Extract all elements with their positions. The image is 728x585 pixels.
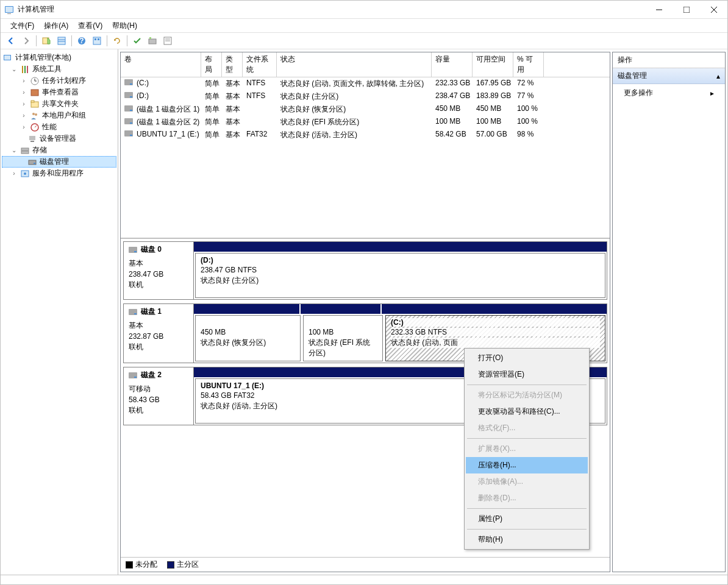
- volume-row[interactable]: (磁盘 1 磁盘分区 1)简单基本状态良好 (恢复分区)450 MB450 MB…: [121, 103, 610, 116]
- svg-rect-8: [58, 37, 65, 44]
- show-hide-tree-button[interactable]: [40, 34, 53, 48]
- chevron-right-icon[interactable]: ›: [20, 89, 27, 96]
- chevron-right-icon[interactable]: ›: [20, 101, 27, 108]
- col-layout[interactable]: 布局: [201, 52, 222, 77]
- vol-cell-free: 100 MB: [473, 116, 513, 128]
- partition-d1-p0[interactable]: 450 MB 状态良好 (恢复分区): [195, 315, 301, 361]
- tree-services[interactable]: ›服务和应用程序: [2, 168, 116, 179]
- tree-disk-management[interactable]: 磁盘管理: [2, 156, 116, 168]
- chevron-down-icon[interactable]: ⌄: [10, 147, 18, 154]
- disk-row-0[interactable]: 磁盘 0 基本 238.47 GB 联机 (D:) 238.47 GB NTFS…: [123, 241, 607, 300]
- maximize-button[interactable]: [673, 1, 700, 19]
- tree-task-scheduler[interactable]: ›任务计划程序: [2, 75, 116, 87]
- vol-cell-free: 450 MB: [473, 104, 513, 115]
- menu-help[interactable]: 帮助(H): [107, 20, 142, 32]
- volume-row[interactable]: (C:)简单基本NTFS状态良好 (启动, 页面文件, 故障转储, 主分区)23…: [121, 77, 610, 90]
- volume-row[interactable]: UBUNTU 17_1 (E:)简单基本FAT32状态良好 (活动, 主分区)5…: [121, 129, 610, 141]
- svg-rect-15: [98, 38, 99, 40]
- chevron-right-icon[interactable]: ›: [20, 124, 27, 131]
- drive-icon: [124, 79, 133, 85]
- col-pct[interactable]: % 可用: [513, 52, 544, 77]
- svg-rect-24: [24, 66, 26, 73]
- volume-row[interactable]: (D:)简单基本NTFS状态良好 (主分区)238.47 GB183.89 GB…: [121, 90, 610, 103]
- tree-device-manager[interactable]: 设备管理器: [2, 133, 116, 144]
- menu-view[interactable]: 查看(V): [73, 20, 107, 32]
- forward-button[interactable]: [20, 34, 33, 48]
- vol-cell-name: (C:): [121, 78, 201, 90]
- menu-action[interactable]: 操作(A): [39, 20, 73, 32]
- properties-button[interactable]: [161, 34, 174, 48]
- tree-local-users[interactable]: ›本地用户和组: [2, 110, 116, 121]
- vol-cell-pct: 98 %: [513, 129, 544, 141]
- menubar: 文件(F) 操作(A) 查看(V) 帮助(H): [1, 19, 727, 32]
- check-button[interactable]: [130, 34, 144, 48]
- tree-event-viewer[interactable]: ›事件查看器: [2, 87, 116, 98]
- disk-bar: [194, 304, 607, 314]
- volume-header-row: 卷 布局 类型 文件系统 状态 容量 可用空间 % 可用: [121, 52, 610, 77]
- tree-systools[interactable]: ⌄系统工具: [2, 63, 116, 75]
- help-button[interactable]: ?: [75, 34, 88, 48]
- col-fs[interactable]: 文件系统: [243, 52, 277, 77]
- ctx-mirror: 添加镜像(A)...: [466, 473, 588, 490]
- tree-root[interactable]: 计算机管理(本地): [2, 52, 116, 63]
- disk-bar: [194, 242, 607, 252]
- disk-info-1: 磁盘 1 基本 232.87 GB 联机: [124, 304, 194, 363]
- col-capacity[interactable]: 容量: [432, 52, 473, 77]
- svg-text:?: ?: [79, 37, 84, 45]
- ctx-help[interactable]: 帮助(H): [466, 531, 588, 548]
- navigation-tree[interactable]: 计算机管理(本地) ⌄系统工具 ›任务计划程序 ›事件查看器 ›共享文件夹 ›本…: [1, 49, 118, 575]
- vol-cell-status: 状态良好 (启动, 页面文件, 故障转储, 主分区): [277, 78, 432, 90]
- actions-panel: 操作 磁盘管理 ▴ 更多操作 ▸: [612, 49, 727, 575]
- window-controls: [645, 1, 727, 19]
- col-type[interactable]: 类型: [222, 52, 243, 77]
- disk-info-0: 磁盘 0 基本 238.47 GB 联机: [124, 242, 194, 299]
- ctx-properties[interactable]: 属性(P): [466, 511, 588, 527]
- disk-button[interactable]: [146, 34, 159, 48]
- svg-rect-23: [22, 66, 23, 73]
- settings-button[interactable]: [90, 34, 104, 48]
- vol-cell-pct: 72 %: [513, 78, 544, 90]
- menu-file[interactable]: 文件(F): [5, 20, 39, 32]
- more-actions-link[interactable]: 更多操作 ▸: [613, 84, 725, 102]
- tree-performance[interactable]: ›性能: [2, 121, 116, 133]
- close-button[interactable]: [700, 1, 727, 19]
- refresh-button[interactable]: [110, 34, 124, 48]
- volume-row[interactable]: (磁盘 1 磁盘分区 2)简单基本状态良好 (EFI 系统分区)100 MB10…: [121, 116, 610, 129]
- ctx-change-drive[interactable]: 更改驱动器号和路径(C)...: [466, 403, 588, 420]
- drive-icon: [124, 105, 133, 112]
- svg-rect-41: [34, 163, 35, 164]
- svg-rect-37: [30, 141, 34, 142]
- view-button[interactable]: [55, 34, 68, 48]
- volume-table[interactable]: 卷 布局 类型 文件系统 状态 容量 可用空间 % 可用 (C:)简单基本NTF…: [121, 52, 610, 239]
- tree-shared-folders[interactable]: ›共享文件夹: [2, 98, 116, 110]
- svg-point-43: [24, 172, 26, 175]
- titlebar: 计算机管理: [1, 1, 727, 19]
- col-free[interactable]: 可用空间: [473, 52, 513, 77]
- partition-d1-p1[interactable]: 100 MB 状态良好 (EFI 系统分区): [303, 315, 383, 361]
- back-button[interactable]: [4, 34, 18, 48]
- vol-cell-status: 状态良好 (EFI 系统分区): [277, 116, 432, 128]
- ctx-open[interactable]: 打开(O): [466, 350, 588, 366]
- actions-section[interactable]: 磁盘管理 ▴: [613, 68, 725, 84]
- minimize-button[interactable]: [645, 1, 673, 19]
- vol-cell-free: 183.89 GB: [473, 91, 513, 102]
- ctx-shrink[interactable]: 压缩卷(H)...: [466, 457, 588, 473]
- partition-d0-p0[interactable]: (D:) 238.47 GB NTFS 状态良好 (主分区): [195, 253, 605, 298]
- svg-point-33: [35, 113, 37, 116]
- tree-storage[interactable]: ⌄存储: [2, 144, 116, 156]
- svg-rect-17: [149, 37, 151, 39]
- vol-cell-pct: 100 %: [513, 104, 544, 115]
- chevron-right-icon[interactable]: ›: [10, 170, 18, 177]
- vol-cell-status: 状态良好 (主分区): [277, 91, 432, 102]
- ctx-explorer[interactable]: 资源管理器(E): [466, 366, 588, 383]
- col-status[interactable]: 状态: [277, 52, 432, 77]
- vol-cell-fs: [243, 104, 277, 115]
- vol-cell-type: 基本: [222, 78, 243, 90]
- vol-cell-cap: 58.42 GB: [432, 129, 473, 141]
- chevron-down-icon[interactable]: ⌄: [10, 66, 18, 73]
- vol-cell-layout: 简单: [201, 104, 222, 115]
- chevron-right-icon[interactable]: ›: [20, 112, 27, 119]
- col-volume[interactable]: 卷: [121, 52, 201, 77]
- chevron-right-icon[interactable]: ›: [20, 77, 27, 85]
- vol-cell-name: (磁盘 1 磁盘分区 2): [121, 116, 201, 128]
